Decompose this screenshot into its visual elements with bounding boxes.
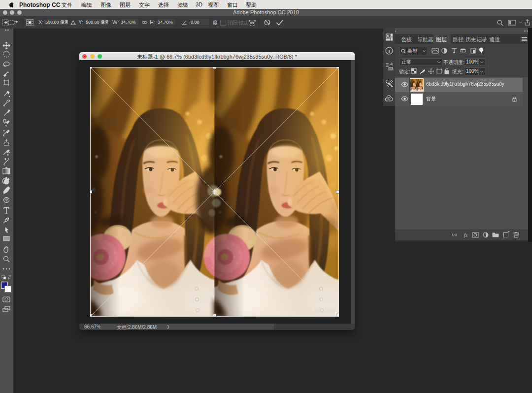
svg-text:fx: fx [464, 232, 468, 238]
